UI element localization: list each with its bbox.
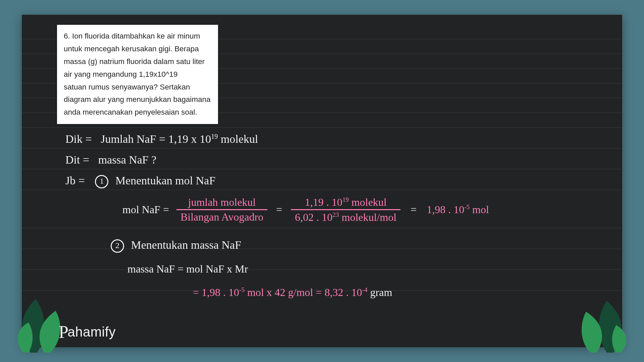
question-line: satuan rumus senyawanya? Sertakan xyxy=(64,81,211,93)
mol-lhs: mol NaF = xyxy=(122,203,169,216)
mass-calc: = 1,98 . 10-5 mol x 42 g/mol = 8,32 . 10… xyxy=(193,286,370,298)
mass-formula-line2: = 1,98 . 10-5 mol x 42 g/mol = 8,32 . 10… xyxy=(193,286,392,299)
fraction-formula: jumlah molekul Bilangan Avogadro xyxy=(176,196,267,224)
mol-formula: mol NaF = jumlah molekul Bilangan Avogad… xyxy=(122,196,489,224)
frac-num: jumlah molekul xyxy=(176,196,267,210)
brand-rest: ahamify xyxy=(67,324,116,339)
exp: -5 xyxy=(239,286,245,293)
mass-formula-line1: massa NaF = mol NaF x Mr xyxy=(127,263,248,275)
exp: 23 xyxy=(332,211,339,218)
exp: -4 xyxy=(362,286,368,293)
dik-line: Dik = Jumlah NaF = 1,19 x 1019 molekul xyxy=(65,133,258,145)
question-line: diagram alur yang menunjukkan bagaimana xyxy=(64,94,211,106)
dit-line: Dit = massa NaF ? xyxy=(65,154,156,166)
step2-number: 2 xyxy=(111,239,124,253)
val: 6,02 . 10 xyxy=(295,211,332,223)
frac-num: 1,19 . 1019 molekul xyxy=(291,196,400,210)
brand-logo: Pahamify xyxy=(59,321,116,341)
question-card: 6. Ion fluorida ditambahkan ke air minum… xyxy=(57,25,218,124)
brand-initial: P xyxy=(59,322,68,342)
val: 1,19 . 10 xyxy=(305,196,342,208)
blackboard: 6. Ion fluorida ditambahkan ke air minum… xyxy=(22,15,622,347)
mol-result: 1,98 . 10-5 mol xyxy=(427,203,489,216)
step1-title: Menentukan mol NaF xyxy=(115,174,215,187)
dik-label: Dik = xyxy=(65,133,92,145)
dik-exp: 19 xyxy=(211,133,218,140)
unit: molekul xyxy=(349,196,387,208)
dit-text: massa NaF ? xyxy=(98,154,157,166)
db-label: Jb = xyxy=(65,174,85,187)
question-line: untuk mencegah kerusakan gigi. Berapa xyxy=(64,43,211,55)
equals: = xyxy=(276,203,282,216)
dik-text: Jumlah NaF = 1,19 x 1019 molekul xyxy=(101,133,258,145)
question-line: air yang mengandung 1,19x10^19 xyxy=(64,69,211,80)
mass-unit: gram xyxy=(370,286,392,298)
equals: = xyxy=(411,203,417,216)
step2-title: Menentukan massa NaF xyxy=(131,239,241,251)
dik-tail: molekul xyxy=(218,133,258,145)
dit-label: Dit = xyxy=(65,154,89,166)
jb-line: Jb = 1 Menentukan mol NaF xyxy=(65,174,215,188)
val: 1,98 . 10 xyxy=(427,203,464,216)
mass-lhs: massa NaF = mol NaF x Mr xyxy=(127,263,248,275)
exp: 19 xyxy=(342,196,349,203)
question-line: massa (g) natrium fluorida dalam satu li… xyxy=(64,56,211,68)
step1-number: 1 xyxy=(95,175,108,188)
leaf-decoration-left xyxy=(17,276,84,353)
unit: mol xyxy=(470,203,489,216)
question-line: anda merencanakan penyelesaian soal. xyxy=(64,107,211,118)
fraction-values: 1,19 . 1019 molekul 6,02 . 1023 molekul/… xyxy=(291,196,400,224)
exp: -5 xyxy=(464,204,470,211)
frac-den: 6,02 . 1023 molekul/mol xyxy=(291,210,400,224)
step2-line: 2 Menentukan massa NaF xyxy=(111,239,241,253)
part: = 1,98 . 10 xyxy=(193,286,239,298)
dik-text-main: Jumlah NaF = 1,19 x 10 xyxy=(101,133,211,145)
unit: molekul/mol xyxy=(339,211,397,223)
frac-den: Bilangan Avogadro xyxy=(176,210,267,224)
question-line: 6. Ion fluorida ditambahkan ke air minum xyxy=(64,31,211,42)
leaf-decoration-right xyxy=(556,279,627,353)
part: mol x 42 g/mol = 8,32 . 10 xyxy=(245,286,362,298)
